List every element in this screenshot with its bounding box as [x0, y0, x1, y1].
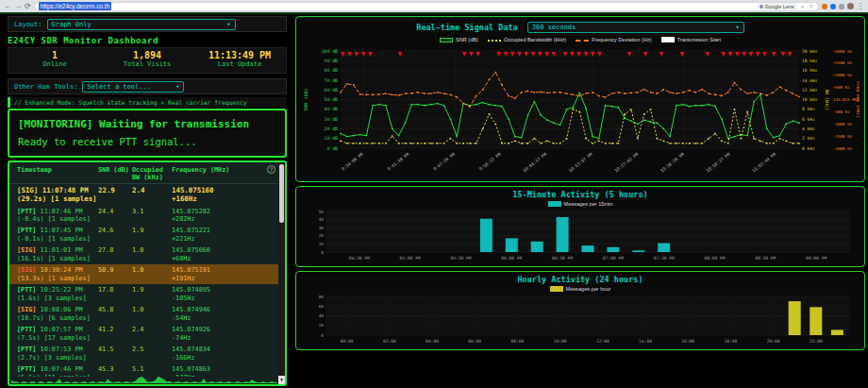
lens-label: Google Lens: [765, 4, 794, 9]
svg-text:10:04:37 PM: 10:04:37 PM: [522, 152, 547, 174]
table-row[interactable]: [PTT] 11:07:46 PM (-0.4s) [1 samples]24.…: [9, 206, 285, 226]
svg-text:100 dB: 100 dB: [322, 49, 338, 54]
table-row[interactable]: [SIG] 11:07:48 PM (29.2s) [1 samples]22.…: [9, 184, 285, 206]
col-timestamp: Timestamp: [17, 166, 98, 181]
svg-text:08:00: 08:00: [510, 339, 524, 344]
table-row[interactable]: [PTT] 10:25:22 PM (1.6s) [3 samples]17.8…: [9, 284, 285, 304]
svg-text:145.075 MHz: 145.075 MHz: [833, 97, 860, 102]
lens-icon: [760, 5, 763, 8]
svg-text:+1000 Hz: +1000 Hz: [833, 73, 853, 77]
row-frequency: 145.075221+221Hz: [172, 227, 283, 243]
right-column: Real-time Signal Data 360 seconds ▾ SNR …: [295, 16, 865, 388]
svg-text:09:00 PM: 09:00 PM: [806, 256, 826, 261]
bw-swatch-icon: [488, 39, 501, 42]
svg-text:18:00: 18:00: [725, 339, 738, 344]
row-timestamp: [SIG] 11:07:48 PM (29.2s) [1 samples]: [17, 186, 98, 204]
table-row[interactable]: [SIG] 11:01:01 PM (16.1s) [1 samples]27.…: [9, 245, 285, 264]
back-icon[interactable]: ←: [4, 0, 11, 12]
svg-text:-1500 Hz: -1500 Hz: [833, 134, 853, 139]
col-snr: SNR (dB): [98, 166, 132, 181]
yellow-swatch-icon: [550, 286, 563, 292]
svg-text:9:56:22 PM: 9:56:22 PM: [478, 152, 502, 172]
table-row[interactable]: [SIG] 10:08:06 PM (10.7s) [6 samples]45.…: [9, 304, 285, 324]
row-frequency: 145.075060+60Hz: [172, 246, 283, 262]
hourly-panel: Hourly Activity (24 hours) Messages per …: [295, 271, 865, 350]
search-icon[interactable]: ⌕: [801, 3, 805, 10]
bookmark-star-icon[interactable]: ☆: [809, 3, 814, 10]
activity15-chart: 0102030405004:30 PM05:00 PM05:30 PM06:00…: [301, 209, 860, 263]
row-timestamp: [PTT] 10:25:22 PM (1.6s) [3 samples]: [17, 286, 98, 302]
row-bw: 2.5: [132, 346, 172, 362]
row-timestamp: [PTT] 10:07:57 PM (7.5s) [17 samples]: [17, 326, 98, 342]
table-row[interactable]: [PTT] 10:07:57 PM (7.5s) [17 samples]41.…: [9, 324, 285, 344]
google-lens-button[interactable]: Google Lens: [757, 3, 797, 10]
svg-text:10 dB: 10 dB: [325, 136, 339, 141]
table-scrollbar[interactable]: ▼: [278, 162, 285, 384]
url-text[interactable]: https://e24cy.decem.co.th: [39, 2, 112, 10]
row-timestamp: [SIG] 10:30:24 PM (53.3s) [1 samples]: [17, 266, 98, 282]
svg-text:22:00: 22:00: [810, 339, 823, 344]
row-timestamp: [PTT] 11:07:46 PM (-0.4s) [1 samples]: [17, 208, 98, 224]
scrollbar-thumb[interactable]: [279, 164, 284, 223]
table-row[interactable]: [PTT] 10:07:53 PM (2.7s) [3 samples]41.5…: [9, 344, 285, 363]
svg-text:20:00: 20:00: [767, 339, 780, 344]
stat-online: 1 Online: [8, 48, 101, 73]
svg-text:30: 30: [319, 226, 325, 230]
svg-text:04:00: 04:00: [426, 339, 439, 344]
svg-text:60: 60: [319, 304, 325, 309]
row-frequency: 145.075282+282Hz: [172, 208, 283, 224]
forward-icon[interactable]: →: [14, 0, 22, 12]
row-bw: 3.1: [132, 208, 172, 224]
row-timestamp: [PTT] 11:07:45 PM (-0.1s) [1 samples]: [17, 227, 98, 243]
signal-chart: 100 dB20 kHz90 dB18 kHz80 dB16 kHz70 dB1…: [301, 44, 860, 175]
svg-text:20 kHz: 20 kHz: [802, 49, 818, 54]
time-range-value: 360 seconds: [532, 24, 576, 31]
reload-icon[interactable]: ⟳: [25, 0, 31, 12]
extension-icon-1[interactable]: [822, 4, 827, 9]
row-frequency: 145.074926-74Hz: [172, 326, 283, 342]
row-snr: 27.8: [98, 246, 132, 262]
legend-bw: Occupied Bandwidth (kHz): [488, 37, 566, 42]
svg-text:-2000 Hz: -2000 Hz: [833, 146, 853, 151]
row-bw: 1.0: [132, 246, 172, 262]
row-snr: 24.4: [98, 208, 132, 224]
svg-text:12 kHz: 12 kHz: [802, 88, 818, 93]
browser-menu-icon[interactable]: ⋮: [857, 0, 864, 12]
row-timestamp: [SIG] 11:01:01 PM (16.1s) [1 samples]: [17, 246, 98, 262]
svg-text:40 dB: 40 dB: [325, 107, 339, 111]
profile-avatar[interactable]: [847, 3, 854, 9]
svg-text:70 dB: 70 dB: [325, 78, 339, 83]
table-row[interactable]: [PTT] 11:07:45 PM (-0.1s) [1 samples]24.…: [9, 225, 285, 245]
table-row[interactable]: [SIG] 10:30:24 PM (53.3s) [1 samples]50.…: [9, 264, 285, 284]
extension-icon-2[interactable]: [830, 4, 836, 9]
svg-text:40: 40: [319, 217, 325, 222]
svg-text:Freq Dev (MHz): Freq Dev (MHz): [856, 81, 860, 118]
row-bw: 2.4: [132, 326, 172, 342]
svg-text:9:41:48 PM: 9:41:48 PM: [387, 152, 410, 172]
tools-bar: Other Ham Tools: Select a tool... ▾: [8, 78, 287, 94]
url-bar[interactable]: https://e24cy.decem.co.th Google Lens ⌕ …: [34, 2, 819, 11]
scrollbar-down-icon[interactable]: ▼: [278, 376, 285, 384]
svg-text:10:00: 10:00: [554, 339, 567, 344]
stats-panel: 1 Online 1,894 Total Visits 11:13:49 PM …: [8, 47, 287, 74]
stat-online-label: Online: [8, 60, 101, 68]
svg-text:10:36:28 PM: 10:36:28 PM: [659, 152, 685, 174]
row-frequency: 145.074895-105Hz: [172, 286, 283, 302]
layout-select[interactable]: Graph Only ▾: [47, 19, 236, 30]
stat-update-label: Last Update: [193, 60, 286, 68]
table-header: Timestamp SNR (dB) Occupied BW (kHz) Fre…: [9, 162, 285, 184]
svg-text:30 dB: 30 dB: [325, 117, 339, 122]
time-range-select[interactable]: 360 seconds ▾: [527, 22, 744, 33]
layout-select-value: Graph Only: [52, 21, 92, 28]
tools-select[interactable]: Select a tool... ▾: [82, 81, 184, 93]
row-frequency: 145.074946-54Hz: [172, 306, 283, 322]
svg-text:+500 Hz: +500 Hz: [833, 85, 850, 90]
row-bw: 1.9: [132, 286, 172, 302]
row-snr: 41.5: [98, 346, 132, 362]
row-snr: 41.2: [98, 326, 132, 342]
table-help-button[interactable]: ?: [267, 165, 275, 174]
svg-text:6 kHz: 6 kHz: [802, 117, 815, 122]
svg-text:14:00: 14:00: [639, 339, 652, 344]
row-frequency: 145.075191+191Hz: [172, 266, 283, 282]
extension-icon-3[interactable]: [839, 4, 844, 9]
